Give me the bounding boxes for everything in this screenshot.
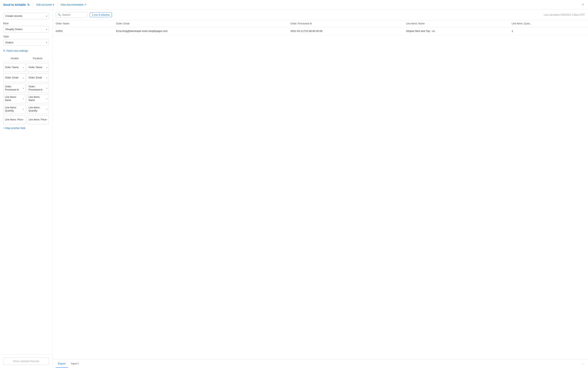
edit-accounts-label: Edit accounts xyxy=(36,3,52,6)
last-calculated: Last calculated 3/29/2021 3:46pm PDT xyxy=(544,13,585,16)
parabola-field-label-5: Line Items: Price xyxy=(28,118,46,121)
col-order-name: Order: Name xyxy=(53,20,113,27)
parabola-field-3[interactable]: Line Items: Name ▾ xyxy=(27,94,49,103)
fetch-label: Fetch new settings xyxy=(7,49,28,52)
parabola-field-4[interactable]: Line Items: Quantity ▾ xyxy=(27,105,49,114)
parabola-field-chevron-0: ▾ xyxy=(46,66,47,69)
airtable-field-label-2: Order: Processed At xyxy=(5,85,23,91)
tab-input1[interactable]: Input 1 xyxy=(69,359,81,368)
col-order-email: Order: Email xyxy=(113,20,287,27)
airtable-field-chevron-0: ▾ xyxy=(23,66,24,69)
base-select[interactable]: Shopify Orders xyxy=(3,26,49,32)
view-documentation-link[interactable]: View documentation ↗ xyxy=(61,3,87,6)
col-line-items-quantity: Line Items: Quan... xyxy=(508,20,588,27)
airtable-field-label-5: Line Items: Price xyxy=(5,118,23,121)
create-records-select[interactable]: Create records xyxy=(3,13,49,19)
data-table-wrapper: Order: Name Order: Email Order: Processe… xyxy=(53,20,588,359)
parabola-field-chevron-4: ▾ xyxy=(46,108,47,110)
data-table: Order: Name Order: Email Order: Processe… xyxy=(53,20,588,35)
cell-line-items-name-0: Striped Skirt and Top - xs xyxy=(403,27,508,35)
mapping-row: Order: Name ▾ Order: Name ▾ xyxy=(3,63,49,72)
airtable-field-label-1: Order: Email xyxy=(5,76,18,79)
airtable-field-0[interactable]: Order: Name ▾ xyxy=(3,63,26,72)
airtable-field-label-4: Line Items: Quantity xyxy=(5,106,23,112)
parabola-field-chevron-5: ▾ xyxy=(46,119,47,121)
view-documentation-label: View documentation xyxy=(61,3,84,6)
parabola-field-label-3: Line Items: Name xyxy=(28,96,46,102)
table-row: #2001 Erna.King@developer-tools.shopifya… xyxy=(53,27,588,35)
external-link-icon: ↗ xyxy=(84,3,87,6)
sync-icon: ↻ xyxy=(3,49,5,52)
main-layout: Create records ▾ Base Shopify Orders ▾ T… xyxy=(0,9,588,368)
search-icon: 🔍 xyxy=(58,13,61,16)
table-wrapper: Orders ▾ xyxy=(3,39,49,46)
map-another-label: Map another field xyxy=(6,127,25,129)
base-wrapper: Shopify Orders ▾ xyxy=(3,26,49,32)
fetch-settings-button[interactable]: ↻ Fetch new settings xyxy=(3,48,28,53)
cell-line-items-quantity-0: 1 xyxy=(508,27,588,35)
sidebar: Create records ▾ Base Shopify Orders ▾ T… xyxy=(0,9,53,368)
parabola-field-1[interactable]: Order: Email ▾ xyxy=(27,74,49,82)
bottom-tabs: Export Input 1 ··· xyxy=(53,359,588,368)
topbar: Send to Airtable ↻ Edit accounts ▾ View … xyxy=(0,0,588,9)
airtable-col-header: Airtable xyxy=(3,57,26,60)
airtable-field-chevron-2: ▾ xyxy=(23,87,24,90)
refresh-icon[interactable]: ↻ xyxy=(27,3,30,6)
airtable-field-1[interactable]: Order: Email ▾ xyxy=(3,74,26,82)
show-results-button[interactable]: Show Updated Results xyxy=(3,358,49,365)
parabola-field-5[interactable]: Line Items: Price ▾ xyxy=(27,115,49,124)
table-select[interactable]: Orders xyxy=(3,39,49,46)
base-label: Base xyxy=(3,22,49,25)
row-badge: 1 row, 6 columns xyxy=(90,12,112,17)
sidebar-footer: Show Updated Results xyxy=(0,354,52,368)
airtable-field-label-0: Order: Name xyxy=(5,66,18,69)
airtable-field-chevron-5: ▾ xyxy=(23,119,24,121)
create-records-wrapper: Create records ▾ xyxy=(3,13,49,19)
tab-input1-label: Input 1 xyxy=(71,362,79,365)
parabola-col-header: Parabola xyxy=(26,57,49,60)
search-input[interactable] xyxy=(62,13,85,16)
tab-more-button[interactable]: ··· xyxy=(581,362,585,366)
table-header-row: Order: Name Order: Email Order: Processe… xyxy=(53,20,588,27)
content-toolbar: 🔍 1 row, 6 columns Last calculated 3/29/… xyxy=(53,9,588,20)
airtable-field-3[interactable]: Line Items: Name ▾ xyxy=(3,94,26,103)
parabola-field-chevron-3: ▾ xyxy=(46,97,47,100)
airtable-field-chevron-3: ▾ xyxy=(23,97,24,100)
table-label: Table xyxy=(3,35,49,38)
parabola-field-label-0: Order: Name xyxy=(28,66,42,69)
airtable-field-2[interactable]: Order: Processed At ▾ xyxy=(3,84,26,93)
tab-export-label: Export xyxy=(58,362,65,365)
content-area: 🔍 1 row, 6 columns Last calculated 3/29/… xyxy=(53,9,588,368)
airtable-field-chevron-4: ▾ xyxy=(23,108,24,110)
divider-1 xyxy=(33,3,33,7)
mapping-row: Line Items: Name ▾ Line Items: Name ▾ xyxy=(3,94,49,103)
field-mapping-list: Order: Name ▾ Order: Name ▾ Order: Email… xyxy=(3,63,49,124)
cell-order-name-0: #2001 xyxy=(53,27,113,35)
edit-accounts-link[interactable]: Edit accounts ▾ xyxy=(36,3,54,6)
tab-export[interactable]: Export xyxy=(56,359,68,368)
edit-accounts-chevron: ▾ xyxy=(53,3,54,6)
cell-order-email-0: Erna.King@developer-tools.shopifyapps.co… xyxy=(113,27,287,35)
parabola-field-2[interactable]: Order: Processed At ▾ xyxy=(27,84,49,93)
col-line-items-name: Line Items: Name xyxy=(403,20,508,27)
col-processed-at: Order: Processed At xyxy=(287,20,403,27)
parabola-field-chevron-1: ▾ xyxy=(46,77,47,79)
app-title: Send to Airtable ↻ xyxy=(3,3,30,6)
search-box: 🔍 xyxy=(56,12,87,18)
mapping-row: Order: Email ▾ Order: Email ▾ xyxy=(3,74,49,82)
parabola-field-chevron-2: ▾ xyxy=(46,87,47,90)
map-another-button[interactable]: + Map another field xyxy=(3,126,25,130)
parabola-field-label-1: Order: Email xyxy=(28,76,42,79)
close-button[interactable]: × xyxy=(581,2,585,8)
mapping-row: Order: Processed At ▾ Order: Processed A… xyxy=(3,84,49,93)
cell-processed-at-0: 2021-03-11T15:38:45-05:00 xyxy=(287,27,403,35)
title-text: Send to Airtable xyxy=(3,3,26,6)
parabola-field-label-2: Order: Processed At xyxy=(28,85,46,91)
parabola-field-0[interactable]: Order: Name ▾ xyxy=(27,63,49,72)
airtable-field-label-3: Line Items: Name xyxy=(5,96,23,102)
airtable-field-5[interactable]: Line Items: Price ▾ xyxy=(3,115,26,124)
airtable-field-4[interactable]: Line Items: Quantity ▾ xyxy=(3,105,26,114)
divider-2 xyxy=(57,3,57,7)
mapping-header: Airtable Parabola xyxy=(3,57,49,62)
plus-icon: + xyxy=(3,127,5,129)
